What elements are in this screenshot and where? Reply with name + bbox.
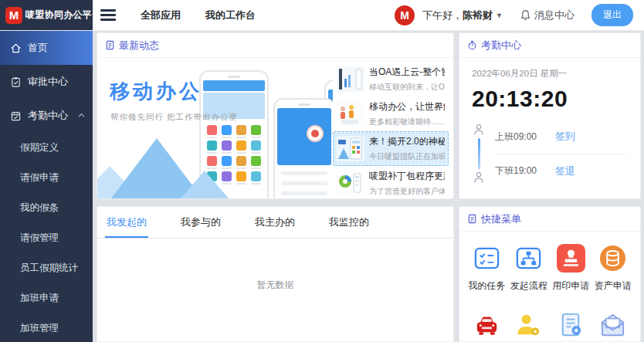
contract-icon bbox=[557, 311, 585, 340]
sidebar-item-label: 审批中心 bbox=[28, 75, 68, 89]
sidebar-subitem-overtime-request[interactable]: 加班申请 bbox=[0, 283, 93, 313]
quick-item-asset-request[interactable]: 资产申请 bbox=[592, 244, 635, 293]
flow-icon bbox=[514, 244, 543, 273]
tasks-panel: 我发起的 我参与的 我主办的 我监控的 暂无数据 bbox=[97, 206, 454, 342]
mobile-office-banner: 移动办公 帮你领先同行 把工作带出办公室 bbox=[97, 58, 333, 198]
user-avatar[interactable]: M bbox=[395, 5, 415, 25]
top-header: M 唛盟协同办公平台 全部应用 我的工作台 M 下午好，陈裕财 ▼ 消息中心 退… bbox=[0, 0, 644, 31]
quick-item-meeting-request[interactable]: 会议申请 bbox=[508, 311, 551, 342]
news-desc: 更多精彩敬请期待…… bbox=[369, 117, 445, 127]
document-icon bbox=[105, 40, 115, 50]
asset-icon bbox=[598, 244, 627, 273]
calendar-icon bbox=[10, 110, 22, 122]
quick-item-new-contract[interactable]: 新建合同 bbox=[550, 311, 592, 342]
person-icon bbox=[473, 124, 485, 136]
news-desc: 今日唛盟团队正在加班加点， bbox=[369, 151, 445, 162]
quick-item-label: 资产申请 bbox=[592, 279, 635, 293]
home-icon bbox=[10, 42, 22, 54]
quick-item-label: 用印申请 bbox=[550, 279, 592, 293]
quick-item-new-mail[interactable]: 新建邮件 bbox=[592, 311, 635, 342]
news-item[interactable]: 唛盟补丁包程序更新为了营造更好的客户体验，唛 bbox=[333, 166, 449, 199]
panel-title: 考勤中心 bbox=[481, 39, 521, 52]
person-icon bbox=[473, 171, 485, 184]
task-list-icon bbox=[473, 244, 501, 273]
news-title: 来！揭开2.0的神秘面纱~ bbox=[369, 135, 445, 148]
sidebar-item-home[interactable]: 首页 bbox=[0, 31, 93, 65]
tab-initiated-by-me[interactable]: 我发起的 bbox=[105, 207, 148, 238]
brand-area: M 唛盟协同办公平台 bbox=[0, 0, 93, 30]
attendance-panel: 考勤中心 2022年06月20日 星期一 20:13:20 上班09:00 签到… bbox=[459, 32, 641, 199]
news-thumbnail bbox=[337, 136, 364, 161]
quick-item-vehicle-request[interactable]: 用车申请 bbox=[466, 311, 508, 342]
tab-participated-by-me[interactable]: 我参与的 bbox=[179, 207, 222, 238]
logout-button[interactable]: 退出 bbox=[591, 4, 633, 26]
tab-hosted-by-me[interactable]: 我主办的 bbox=[253, 207, 297, 238]
sidebar-subitem-overtime-management[interactable]: 加班管理 bbox=[0, 313, 93, 342]
news-title: 移动办公，让世界触手可 bbox=[369, 100, 445, 113]
nav-my-workbench[interactable]: 我的工作台 bbox=[205, 8, 256, 22]
check-in-link[interactable]: 签到 bbox=[555, 130, 575, 144]
sidebar-item-attendance-center[interactable]: 考勤中心 bbox=[0, 99, 93, 133]
quick-item-my-tasks[interactable]: 我的任务 bbox=[466, 244, 508, 293]
attendance-row: 上班09:00 签到 bbox=[495, 120, 628, 154]
sidebar-item-label: 考勤中心 bbox=[28, 109, 68, 123]
news-item-highlighted[interactable]: 来！揭开2.0的神秘面纱~今日唛盟团队正在加班加点， bbox=[333, 131, 449, 166]
sidebar: 首页 审批中心 考勤中心 假期定义 请假申请 我的假条 请假管理 员工假期统计 … bbox=[0, 31, 93, 342]
attendance-clock: 20:13:20 bbox=[472, 86, 628, 112]
shift-label: 上班09:00 bbox=[495, 130, 555, 144]
news-thumbnail bbox=[337, 66, 364, 92]
shift-label: 下班19:00 bbox=[495, 164, 555, 178]
document-icon bbox=[467, 214, 477, 224]
quick-menu-panel: 快捷菜单 我的任务 发起流程 用印申请 资产申请 用车申请 bbox=[459, 206, 641, 342]
news-thumbnail bbox=[337, 171, 364, 196]
news-item[interactable]: 当OA遇上云-整个协同OA移动互联的到来，让OA与云 bbox=[333, 62, 449, 97]
quick-item-start-flow[interactable]: 发起流程 bbox=[508, 244, 551, 293]
attendance-row: 下班19:00 签退 bbox=[495, 154, 628, 188]
message-center-label: 消息中心 bbox=[534, 8, 575, 22]
sidebar-item-approval-center[interactable]: 审批中心 bbox=[0, 65, 93, 99]
chevron-down-icon[interactable]: ▼ bbox=[496, 12, 503, 19]
news-title: 当OA遇上云-整个协同OA bbox=[369, 66, 445, 79]
sidebar-subitem-leave-request[interactable]: 请假申请 bbox=[0, 163, 93, 193]
tasks-tab-bar: 我发起的 我参与的 我主办的 我监控的 bbox=[97, 207, 453, 239]
news-title: 唛盟补丁包程序更新 bbox=[369, 170, 445, 183]
nav-all-apps[interactable]: 全部应用 bbox=[141, 8, 181, 22]
timeline-connector bbox=[478, 138, 480, 169]
user-menu[interactable]: 下午好，陈裕财 bbox=[422, 8, 493, 22]
chevron-up-icon bbox=[78, 113, 85, 118]
menu-collapse-icon[interactable] bbox=[100, 7, 116, 23]
username: 陈裕财 bbox=[463, 9, 493, 21]
meeting-icon bbox=[514, 311, 543, 340]
latest-news-panel: 最新动态 bbox=[97, 32, 454, 199]
sidebar-subitem-leave-management[interactable]: 请假管理 bbox=[0, 223, 93, 253]
banner-subline: 帮你领先同行 把工作带出办公室 bbox=[110, 112, 238, 123]
message-center[interactable]: 消息中心 bbox=[520, 8, 575, 22]
stopwatch-icon bbox=[467, 40, 477, 50]
check-out-link[interactable]: 签退 bbox=[555, 164, 575, 178]
sidebar-subitem-employee-leave-stats[interactable]: 员工假期统计 bbox=[0, 253, 93, 283]
news-desc: 移动互联的到来，让OA与云 bbox=[369, 82, 445, 93]
bell-icon bbox=[520, 9, 531, 21]
empty-state-text: 暂无数据 bbox=[97, 239, 453, 292]
news-desc: 为了营造更好的客户体验，唛 bbox=[369, 186, 445, 197]
app-logo: M bbox=[5, 7, 22, 24]
clipboard-icon bbox=[10, 76, 22, 88]
mail-icon bbox=[598, 311, 627, 340]
quick-item-label: 发起流程 bbox=[508, 279, 551, 293]
news-thumbnail bbox=[337, 101, 364, 127]
app-title: 唛盟协同办公平台 bbox=[25, 8, 101, 22]
phone-mockup bbox=[273, 98, 333, 198]
greeting-text: 下午好， bbox=[422, 9, 463, 21]
quick-item-seal-request[interactable]: 用印申请 bbox=[550, 244, 592, 293]
banner-headline: 移动办公 bbox=[110, 78, 202, 105]
panel-title: 快捷菜单 bbox=[481, 212, 521, 226]
sidebar-subitem-holiday-definition[interactable]: 假期定义 bbox=[0, 133, 93, 163]
tab-monitored-by-me[interactable]: 我监控的 bbox=[327, 207, 371, 238]
attendance-date: 2022年06月20日 星期一 bbox=[472, 68, 628, 80]
sidebar-item-label: 首页 bbox=[28, 41, 48, 55]
stamp-icon bbox=[557, 244, 585, 273]
panel-title: 最新动态 bbox=[119, 39, 159, 52]
quick-item-label: 我的任务 bbox=[466, 279, 508, 293]
sidebar-subitem-my-leave-slips[interactable]: 我的假条 bbox=[0, 193, 93, 223]
news-item[interactable]: 移动办公，让世界触手可更多精彩敬请期待…… bbox=[333, 97, 449, 131]
